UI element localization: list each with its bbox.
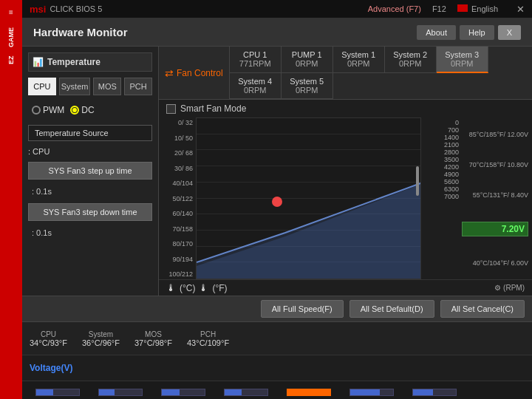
cpu-reading-value: 34°C/93°F bbox=[30, 338, 67, 347]
pwm-radio[interactable]: PWM bbox=[32, 105, 64, 115]
dc-label: DC bbox=[81, 105, 94, 115]
voltage-fill-dram bbox=[413, 389, 433, 395]
y-label-3: 70/158 bbox=[163, 225, 196, 233]
mos-temp-button[interactable]: MOS bbox=[93, 78, 121, 95]
voltage-fill-pch bbox=[225, 389, 242, 395]
msi-logo: msi bbox=[30, 4, 46, 15]
language-nav[interactable]: English bbox=[457, 4, 498, 13]
sidebar-icon-top[interactable]: ≡ bbox=[3, 4, 19, 20]
y-label-8: 20/ 68 bbox=[163, 149, 196, 157]
voltage-bar-pch bbox=[224, 389, 268, 396]
fan-tab-sys2-value: 0RPM bbox=[392, 59, 429, 68]
fan-tab-pump1-name: PUMP 1 bbox=[289, 50, 325, 59]
y-rpm-7: 2100 bbox=[421, 141, 462, 149]
top-close-button[interactable]: ✕ bbox=[516, 4, 525, 15]
sidebar-icon-1[interactable]: GAME bbox=[3, 30, 19, 46]
mos-reading-value: 37°C/98°F bbox=[134, 338, 172, 347]
fan-tab-pump1-value: 0RPM bbox=[289, 59, 325, 68]
volt-label-1: 70°C/158°F/ 10.80V bbox=[462, 161, 528, 168]
fan-tab-sys4[interactable]: System 4 0RPM bbox=[230, 73, 282, 99]
y-rpm-6: 2800 bbox=[421, 149, 462, 156]
main-window: Hardware Monitor About Help X 📊 Temperat… bbox=[22, 18, 532, 399]
fan-tab-sys3-name: System 3 bbox=[444, 50, 480, 59]
fan-tab-sys5[interactable]: System 5 0RPM bbox=[282, 73, 333, 99]
y-label-4: 60/140 bbox=[163, 210, 196, 217]
pwm-radio-circle bbox=[32, 106, 41, 115]
thermometer-axis-icon: 🌡 bbox=[166, 282, 176, 293]
cpu-reading-label: CPU bbox=[41, 330, 56, 338]
y-label-6: 40/104 bbox=[163, 180, 196, 187]
step-down-button[interactable]: SYS Fan3 step down time bbox=[28, 203, 152, 221]
system-reading-label: System bbox=[89, 330, 113, 338]
all-full-speed-button[interactable]: All Full Speed(F) bbox=[261, 300, 344, 318]
chart-svg bbox=[197, 118, 420, 279]
sidebar-icon-2[interactable]: EZ bbox=[3, 52, 19, 68]
temperature-source-box: Temperature Source bbox=[28, 125, 152, 141]
y-label-1: 90/194 bbox=[163, 256, 196, 263]
y-label-0: 100/212 bbox=[163, 270, 196, 278]
flag-icon bbox=[457, 4, 468, 12]
voltage-item-cpu-sa: 1.062 CPU SA bbox=[151, 389, 214, 400]
voltage-bar-cpu-core bbox=[35, 389, 80, 396]
fan-arrows-icon: ⇄ bbox=[165, 67, 174, 79]
about-button[interactable]: About bbox=[417, 25, 456, 40]
y-axis-left: 100/212 90/194 80/170 70/158 60/140 50/1… bbox=[163, 117, 196, 279]
all-set-cancel-button[interactable]: All Set Cancel(C) bbox=[440, 300, 525, 318]
fan-tab-sys4-name: System 4 bbox=[237, 77, 273, 86]
y-label-10: 0/ 32 bbox=[163, 119, 196, 126]
chart-grid[interactable] bbox=[196, 117, 421, 279]
fan-tab-cpu1-name: CPU 1 bbox=[237, 50, 273, 59]
step-up-button[interactable]: SYS Fan3 step up time bbox=[28, 162, 152, 180]
voltage-item-cpu-core: 1.024 CPU Core bbox=[26, 389, 89, 400]
chart-handle[interactable] bbox=[272, 197, 282, 207]
fan-tab-sys3[interactable]: System 3 0RPM bbox=[437, 47, 488, 73]
window-title: Hardware Monitor bbox=[33, 26, 413, 38]
voltage-readings: 1.024 CPU Core 0.960 CPU I/O 1.062 CPU S… bbox=[22, 381, 532, 399]
system-temp-button[interactable]: System bbox=[59, 78, 91, 95]
fan-tab-sys4-value: 0RPM bbox=[237, 86, 273, 95]
all-set-default-button[interactable]: All Set Default(D) bbox=[349, 300, 434, 318]
pch-reading-label: PCH bbox=[200, 330, 216, 338]
svg-marker-1 bbox=[197, 133, 420, 279]
pch-temp-button[interactable]: PCH bbox=[124, 78, 152, 95]
y-rpm-2: 5600 bbox=[421, 178, 462, 185]
temperature-source-label: Temperature Source bbox=[35, 129, 109, 137]
voltage-item-12v: 12.288 System/12V bbox=[277, 389, 340, 400]
voltage-fill-cpu-io bbox=[99, 389, 115, 395]
voltage-fill-12v bbox=[287, 389, 330, 395]
y-axis-right-wrapper: 7000 6300 5600 4900 4200 3500 2800 2100 … bbox=[421, 117, 462, 279]
volt-label-2: 55°C/131°F/ 8.40V bbox=[462, 191, 528, 199]
fan-tab-sys2-name: System 2 bbox=[392, 50, 429, 59]
smart-fan-checkbox[interactable] bbox=[166, 104, 176, 114]
fan-control-title-text: Fan Control bbox=[177, 68, 223, 78]
fan-tab-sys2[interactable]: System 2 0RPM bbox=[385, 47, 437, 73]
cpu-temp-button[interactable]: CPU bbox=[28, 78, 56, 95]
scroll-indicator[interactable] bbox=[416, 166, 419, 196]
y-rpm-0: 7000 bbox=[421, 193, 462, 200]
y-axis-right: 7000 6300 5600 4900 4200 3500 2800 2100 … bbox=[421, 117, 462, 202]
dc-radio[interactable]: DC bbox=[70, 105, 94, 115]
y-rpm-5: 3500 bbox=[421, 156, 462, 163]
chart-wrapper: 100/212 90/194 80/170 70/158 60/140 50/1… bbox=[159, 117, 532, 279]
pwm-dc-group: PWM DC bbox=[28, 101, 152, 119]
voltage-bar-12v bbox=[287, 389, 331, 396]
x-unit-f: (°F) bbox=[212, 283, 227, 293]
y-rpm-3: 4900 bbox=[421, 171, 462, 178]
pwm-label: PWM bbox=[43, 105, 64, 115]
help-button[interactable]: Help bbox=[460, 25, 494, 40]
f12-nav[interactable]: F12 bbox=[432, 4, 446, 13]
fan-tab-cpu1[interactable]: CPU 1 771RPM bbox=[230, 47, 282, 73]
y-label-9: 10/ 50 bbox=[163, 134, 196, 142]
right-panel: ⇄ Fan Control CPU 1 771RPM PUMP 1 0RPM S… bbox=[159, 47, 532, 296]
fan-tab-pump1[interactable]: PUMP 1 0RPM bbox=[282, 47, 333, 73]
y-rpm-10: 0 bbox=[421, 119, 462, 126]
voltage-bar-5v bbox=[349, 389, 394, 396]
fan-tab-sys1[interactable]: System 1 0RPM bbox=[333, 47, 385, 73]
left-sidebar: ≡ GAME EZ bbox=[0, 0, 22, 399]
voltage-item-dram: 1.204 DRAM bbox=[403, 389, 466, 400]
fan-icon-area: ⇄ Fan Control bbox=[159, 47, 230, 99]
window-close-button[interactable]: X bbox=[498, 25, 521, 40]
advanced-nav[interactable]: Advanced (F7) bbox=[368, 4, 421, 13]
left-panel: 📊 Temperature CPU System MOS PCH PWM DC bbox=[22, 47, 159, 296]
temperature-label: Temperature bbox=[47, 57, 100, 67]
